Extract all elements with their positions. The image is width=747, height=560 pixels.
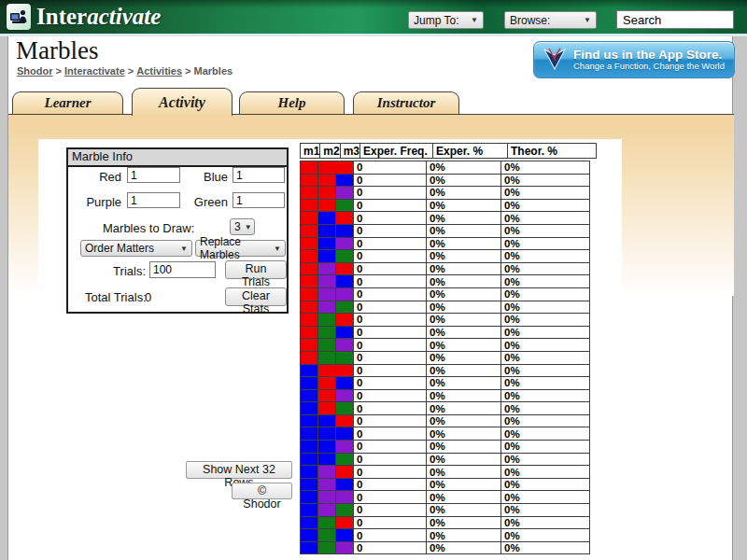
chevron-down-icon: ▼ bbox=[471, 16, 478, 24]
column-header: Exper. Freq. bbox=[360, 144, 433, 159]
marble-cell-red bbox=[336, 516, 354, 529]
freq-cell: 0 bbox=[354, 427, 427, 441]
marble-cell-red bbox=[318, 402, 336, 415]
table-row: 00%0% bbox=[301, 402, 590, 415]
freq-cell: 0 bbox=[354, 504, 427, 517]
person-at-computer-icon bbox=[7, 4, 31, 30]
order-select[interactable]: Order Matters ▼ bbox=[80, 240, 192, 257]
marble-cell-purple bbox=[318, 491, 336, 504]
exper-percent-cell: 0% bbox=[427, 402, 501, 415]
breadcrumb-link[interactable]: Activities bbox=[136, 65, 182, 77]
marble-cell-green bbox=[336, 199, 354, 212]
theor-percent-cell: 0% bbox=[501, 364, 590, 377]
marble-cell-green bbox=[336, 250, 354, 263]
marble-cell-red bbox=[301, 187, 318, 200]
marble-cell-purple bbox=[318, 262, 336, 275]
applet-area: Marble Info Red Blue Purple Green Marble… bbox=[38, 139, 622, 560]
marble-cell-purple bbox=[318, 478, 336, 491]
freq-cell: 0 bbox=[354, 326, 427, 339]
tab-instructor[interactable]: Instructor bbox=[353, 91, 459, 114]
marble-cell-purple bbox=[318, 504, 336, 517]
exper-percent-cell: 0% bbox=[427, 224, 501, 237]
table-row: 00%0% bbox=[301, 491, 590, 504]
interactivate-logo[interactable]: Interactivate bbox=[7, 3, 161, 31]
jump-to-select[interactable]: Jump To: ▼ bbox=[408, 11, 484, 29]
exper-percent-cell: 0% bbox=[427, 541, 501, 554]
marble-cell-red bbox=[318, 377, 336, 390]
freq-cell: 0 bbox=[354, 351, 427, 364]
trials-input[interactable] bbox=[149, 261, 216, 278]
marble-cell-green bbox=[336, 351, 354, 364]
green-count-input[interactable] bbox=[233, 192, 285, 208]
app-store-banner[interactable]: Find us in the App Store. Change a Funct… bbox=[533, 41, 735, 78]
red-count-input[interactable] bbox=[127, 167, 180, 183]
table-row: 00%0% bbox=[301, 453, 590, 466]
marble-cell-blue bbox=[318, 427, 336, 441]
freq-cell: 0 bbox=[354, 389, 427, 402]
search-input[interactable] bbox=[616, 10, 734, 29]
marble-cell-red bbox=[301, 287, 318, 301]
exper-percent-cell: 0% bbox=[427, 351, 501, 364]
marble-cell-red bbox=[336, 161, 354, 175]
marble-cell-green bbox=[336, 504, 354, 517]
marble-cell-red bbox=[301, 301, 318, 314]
show-next-rows-button[interactable]: Show Next 32 Rows bbox=[186, 461, 292, 479]
marbles-to-draw-select[interactable]: 3 ▼ bbox=[230, 218, 255, 235]
replace-select[interactable]: Replace Marbles ▼ bbox=[195, 240, 286, 257]
marble-cell-purple bbox=[336, 287, 354, 301]
browse-select[interactable]: Browse: ▼ bbox=[504, 11, 597, 29]
marble-cell-blue bbox=[301, 389, 318, 402]
table-row: 00%0% bbox=[301, 364, 590, 377]
marble-cell-green bbox=[318, 351, 336, 364]
clear-stats-button[interactable]: Clear Stats bbox=[225, 287, 287, 306]
marble-cell-blue bbox=[301, 541, 318, 554]
tab-activity[interactable]: Activity bbox=[132, 88, 233, 116]
theor-percent-cell: 0% bbox=[501, 174, 590, 187]
replace-select-value: Replace Marbles bbox=[200, 235, 270, 261]
table-row: 00%0% bbox=[301, 377, 590, 390]
exper-percent-cell: 0% bbox=[427, 441, 501, 454]
freq-cell: 0 bbox=[354, 199, 427, 212]
blue-count-input[interactable] bbox=[233, 167, 285, 183]
brand-prefix: Inter bbox=[36, 4, 87, 29]
marble-cell-blue bbox=[318, 212, 336, 225]
red-label: Red bbox=[68, 170, 121, 184]
brand-wordmark: Interactivate bbox=[36, 3, 161, 31]
table-row: 00%0% bbox=[301, 314, 590, 327]
purple-label: Purple bbox=[68, 195, 121, 209]
run-trials-button[interactable]: Run Trials bbox=[225, 260, 287, 279]
results-table: m1m2m3Exper. Freq.Exper. %Theor. % 00%0%… bbox=[300, 143, 597, 554]
theor-percent-cell: 0% bbox=[501, 427, 590, 441]
theor-percent-cell: 0% bbox=[501, 453, 590, 466]
shodor-copyright-button[interactable]: © Shodor bbox=[232, 483, 292, 499]
freq-cell: 0 bbox=[354, 275, 427, 288]
theor-percent-cell: 0% bbox=[501, 351, 590, 364]
tab-help[interactable]: Help bbox=[239, 91, 345, 114]
freq-cell: 0 bbox=[354, 287, 427, 301]
table-row: 00%0% bbox=[301, 301, 590, 314]
exper-percent-cell: 0% bbox=[427, 287, 501, 301]
breadcrumb-link[interactable]: Interactivate bbox=[64, 65, 125, 77]
purple-count-input[interactable] bbox=[127, 192, 180, 208]
freq-cell: 0 bbox=[354, 262, 427, 275]
table-row: 00%0% bbox=[301, 287, 590, 301]
tab-learner[interactable]: Learner bbox=[12, 91, 123, 114]
marble-cell-green bbox=[318, 516, 336, 529]
marble-cell-purple bbox=[336, 541, 354, 554]
exper-percent-cell: 0% bbox=[427, 250, 501, 263]
table-row: 00%0% bbox=[301, 351, 590, 364]
marble-cell-red bbox=[336, 414, 354, 427]
theor-percent-cell: 0% bbox=[501, 529, 590, 542]
marble-cell-green bbox=[318, 529, 336, 542]
marble-cell-red bbox=[318, 187, 336, 200]
exper-percent-cell: 0% bbox=[427, 427, 501, 441]
order-select-value: Order Matters bbox=[85, 242, 154, 255]
exper-percent-cell: 0% bbox=[427, 314, 501, 327]
exper-percent-cell: 0% bbox=[427, 466, 501, 479]
marble-cell-red bbox=[301, 212, 318, 225]
marble-cell-blue bbox=[301, 516, 318, 529]
freq-cell: 0 bbox=[354, 453, 427, 466]
app-store-line1: Find us in the App Store. bbox=[573, 49, 725, 62]
breadcrumb-link[interactable]: Shodor bbox=[17, 65, 53, 77]
exper-percent-cell: 0% bbox=[427, 212, 501, 225]
